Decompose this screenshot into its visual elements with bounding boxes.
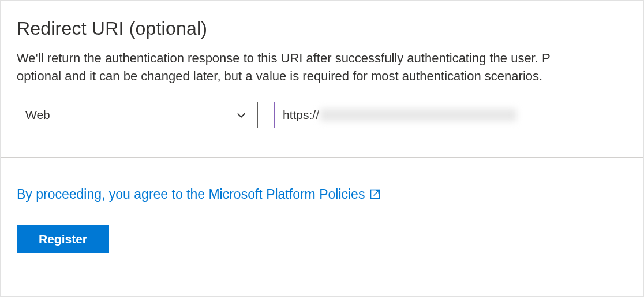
platform-type-dropdown[interactable]: Web [17, 102, 258, 128]
section-title: Redirect URI (optional) [17, 18, 627, 39]
platform-selected-value: Web [25, 108, 235, 122]
chevron-down-icon [235, 109, 249, 121]
redirect-uri-input[interactable]: https:// [274, 102, 627, 128]
redirect-uri-value-prefix: https:// [283, 108, 319, 122]
redirect-uri-form-row: Web https:// [17, 102, 627, 128]
section-description: We'll return the authentication response… [17, 50, 627, 86]
policies-link-text: By proceeding, you agree to the Microsof… [17, 187, 365, 202]
redirect-uri-section: Redirect URI (optional) We'll return the… [0, 0, 644, 297]
external-link-icon [369, 188, 381, 200]
section-divider [1, 157, 643, 158]
redirect-uri-redacted [320, 109, 516, 121]
register-button[interactable]: Register [17, 225, 109, 253]
platform-policies-link[interactable]: By proceeding, you agree to the Microsof… [17, 187, 627, 202]
